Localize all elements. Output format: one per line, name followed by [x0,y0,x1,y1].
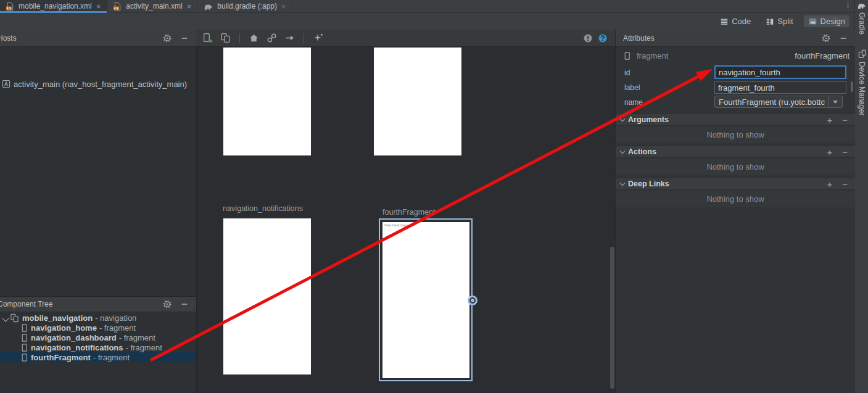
hosts-panel-header: Hosts [0,30,196,47]
tab-build-gradle[interactable]: build.gradle (:app) × [198,0,292,12]
deep-links-section-header[interactable]: Deep Links + − [616,178,855,190]
code-view-label: Code [732,17,751,26]
home-icon[interactable] [249,33,259,43]
arguments-empty-row: Nothing to show [616,126,855,143]
new-destination-icon[interactable] [202,33,213,43]
attributes-panel-header: Attributes [616,30,855,47]
deep-links-empty-row: Nothing to show [616,191,855,207]
device-manager-label: Device Manager [858,62,866,115]
gradle-tool-button[interactable]: Gradle [855,2,868,35]
tree-item-type: - fragment [93,353,130,362]
fragment-icon [622,51,632,60]
chevron-down-icon [620,117,625,122]
tree-item-name: navigation_dashboard [31,333,117,342]
name-dropdown[interactable]: FourthFragment (ru.yotc.bottc [714,96,843,108]
minimize-icon[interactable] [180,300,189,308]
link-icon[interactable] [267,33,277,43]
gradle-icon [857,2,867,9]
nav-graph-icon [10,313,19,323]
gear-icon[interactable] [163,300,172,308]
section-title: Arguments [628,115,669,124]
remove-argument-button[interactable]: − [842,115,848,125]
tree-item-mobile-navigation[interactable]: mobile_navigation - navigation [0,313,196,323]
split-view-button[interactable]: Split [761,15,797,27]
component-type-label: fragment [637,51,668,60]
destination-label-notifications: navigation_notifications [223,204,303,213]
chevron-down-icon [620,149,625,154]
nav-editor-toolbar [196,30,615,47]
help-icon[interactable] [598,33,608,43]
fragment-preview-text: Hello blank fragment [384,223,413,227]
selected-component-row: fragment fourthFragment [616,51,855,60]
editor-tab-bar: mobile_navigation.xml × activity_main.xm… [0,0,854,13]
minimize-icon[interactable] [839,34,848,43]
action-arrow-icon[interactable] [284,33,295,43]
tree-item-type: - fragment [99,323,136,333]
fragment-icon [20,353,29,362]
add-deep-link-button[interactable]: + [827,180,832,189]
auto-arrange-icon[interactable] [313,33,323,43]
host-item-label: activity_main (nav_host_fragment_activit… [14,80,187,89]
fragment-icon [20,323,29,333]
label-input[interactable] [714,81,846,94]
close-icon[interactable]: × [186,2,192,10]
minimize-icon[interactable] [180,34,189,43]
device-manager-tool-button[interactable]: Device Manager [855,49,868,115]
destination-label-fourth-fragment: fourthFragment [382,208,435,217]
tab-activity-main-xml[interactable]: activity_main.xml × [107,0,198,12]
code-icon [720,17,729,26]
add-action-button[interactable]: + [827,147,832,157]
chevron-down-icon[interactable] [1,313,10,323]
component-name-label: fourthFragment [795,51,849,60]
tree-item-fourth-fragment[interactable]: fourthFragment - fragment [0,352,196,362]
tab-mobile-navigation-xml[interactable]: mobile_navigation.xml × [0,0,107,12]
tree-item-navigation-home[interactable]: navigation_home - fragment [0,323,196,333]
action-connection-handle[interactable] [468,296,477,305]
gear-icon[interactable] [822,34,830,43]
tree-item-type: - fragment [119,333,155,342]
code-view-button[interactable]: Code [716,15,755,27]
design-icon [808,17,817,26]
actions-section-header[interactable]: Actions + − [616,146,855,158]
more-options-icon[interactable]: ⋮ [844,1,851,9]
tree-item-type: - navigation [95,313,136,323]
nested-graph-icon[interactable] [220,33,231,43]
empty-state-text: Nothing to show [706,130,764,139]
xml-file-icon [6,2,15,11]
attributes-title: Attributes [616,34,655,43]
name-dropdown-value: FourthFragment (ru.yotc.bottc [719,97,828,107]
tab-label: build.gradle (:app) [217,2,277,10]
name-field-label: name [624,98,643,107]
tree-item-name: navigation_notifications [31,343,123,352]
tab-label: activity_main.xml [126,2,182,10]
host-item-activity-main[interactable]: activity_main (nav_host_fragment_activit… [1,79,187,89]
fragment-icon [20,333,29,342]
destination-preview-notifications[interactable] [223,218,311,374]
section-title: Deep Links [628,180,669,188]
destination-preview-home[interactable] [223,48,311,155]
close-icon[interactable]: × [281,2,287,10]
empty-state-text: Nothing to show [706,162,764,172]
attributes-scrollbar[interactable] [851,81,853,92]
add-argument-button[interactable]: + [827,115,832,125]
section-title: Actions [628,147,656,156]
tree-item-navigation-notifications[interactable]: navigation_notifications - fragment [0,342,196,352]
empty-state-text: Nothing to show [706,194,764,204]
left-panel: Hosts activity_main (nav_host_fragment_a… [0,30,197,393]
design-view-button[interactable]: Design [804,15,849,27]
remove-action-button[interactable]: − [842,147,848,157]
close-icon[interactable]: × [96,2,102,10]
right-tool-window-stripe: Gradle Device Manager [854,0,868,393]
warnings-icon[interactable] [583,33,593,43]
gear-icon[interactable] [163,34,172,43]
toolbar-separator [304,33,304,43]
arguments-section-header[interactable]: Arguments + − [616,114,855,126]
attributes-panel: Attributes fragment fourthFragment id la… [615,30,855,393]
editor-mode-toolbar: Code Split Design [0,13,854,30]
destination-preview-fourth-fragment[interactable] [382,222,469,378]
remove-deep-link-button[interactable]: − [842,180,848,189]
id-input[interactable] [714,65,846,79]
canvas-vertical-scrollbar[interactable] [610,247,614,389]
destination-preview-dashboard[interactable] [374,48,461,155]
tree-item-navigation-dashboard[interactable]: navigation_dashboard - fragment [0,333,196,342]
